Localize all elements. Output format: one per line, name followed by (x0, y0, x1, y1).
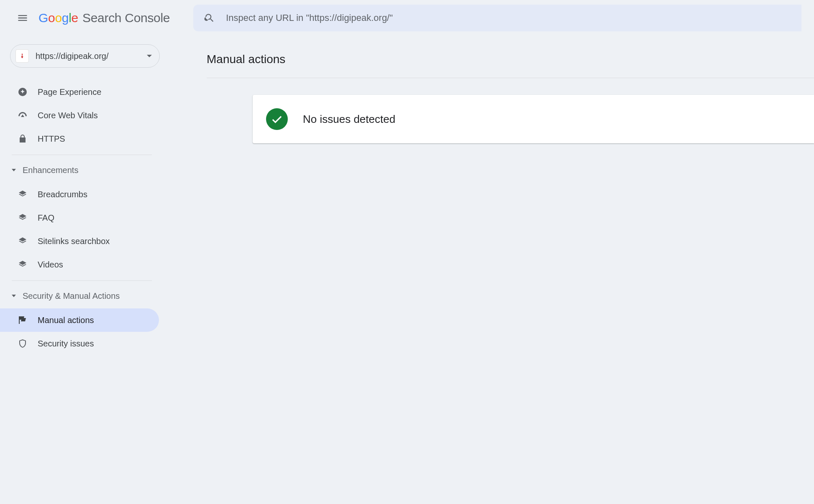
sidebar-item-videos[interactable]: Videos (0, 253, 159, 276)
app-header: G o o g l e Search Console (0, 0, 814, 36)
main-content: Manual actions No issues detected (176, 36, 814, 504)
layers-icon (17, 188, 28, 200)
menu-icon (17, 12, 28, 24)
url-inspect-input[interactable] (226, 13, 791, 23)
chevron-down-icon (147, 55, 152, 57)
google-logo: G o o g l e (38, 11, 78, 25)
sidebar-item-label: FAQ (38, 213, 54, 223)
property-url-label: https://digipeak.org/ (36, 51, 147, 61)
page-title: Manual actions (207, 53, 814, 78)
search-icon (204, 13, 215, 23)
sidebar-item-core-web-vitals[interactable]: Core Web Vitals (0, 104, 159, 127)
group-title: Security & Manual Actions (23, 291, 120, 301)
sidebar-item-label: Breadcrumbs (38, 190, 87, 199)
group-title: Enhancements (23, 165, 78, 175)
sidebar-item-label: Sitelinks searchbox (38, 237, 110, 246)
sidebar-item-label: Security issues (38, 339, 94, 349)
lock-icon (17, 133, 28, 145)
url-inspect-bar[interactable] (193, 5, 801, 31)
sidebar: https://digipeak.org/ Page Experience Co… (0, 36, 176, 504)
sidebar-item-security-issues[interactable]: Security issues (0, 332, 159, 355)
layers-icon (17, 212, 28, 224)
property-favicon (15, 49, 29, 63)
layers-icon (17, 259, 28, 270)
group-header-enhancements[interactable]: Enhancements (0, 158, 176, 182)
group-header-security-manual[interactable]: Security & Manual Actions (0, 284, 176, 308)
status-card: No issues detected (253, 95, 814, 143)
sidebar-item-label: Manual actions (38, 316, 94, 325)
hamburger-menu-button[interactable] (13, 8, 33, 28)
sidebar-item-label: Core Web Vitals (38, 111, 98, 120)
sidebar-item-manual-actions[interactable]: Manual actions (0, 308, 159, 332)
layers-icon (17, 235, 28, 247)
sidebar-item-label: Page Experience (38, 87, 101, 97)
sidebar-item-breadcrumbs[interactable]: Breadcrumbs (0, 183, 159, 206)
success-check-icon (266, 108, 288, 130)
brand-suffix: Search Console (82, 11, 170, 25)
sidebar-item-label: Videos (38, 260, 63, 270)
sparkle-icon (17, 86, 28, 98)
sidebar-item-label: HTTPS (38, 134, 65, 144)
sidebar-item-faq[interactable]: FAQ (0, 206, 159, 229)
flag-icon (17, 314, 28, 326)
chevron-down-icon (12, 295, 16, 297)
chevron-down-icon (12, 169, 16, 171)
sidebar-item-https[interactable]: HTTPS (0, 127, 159, 150)
shield-icon (17, 338, 28, 349)
divider (12, 155, 152, 155)
gauge-icon (17, 109, 28, 121)
divider (12, 280, 152, 281)
sidebar-item-sitelinks-searchbox[interactable]: Sitelinks searchbox (0, 229, 159, 253)
property-selector[interactable]: https://digipeak.org/ (10, 44, 160, 68)
brand-logo: G o o g l e Search Console (38, 11, 170, 25)
status-message: No issues detected (303, 113, 395, 126)
sidebar-item-page-experience[interactable]: Page Experience (0, 80, 159, 104)
